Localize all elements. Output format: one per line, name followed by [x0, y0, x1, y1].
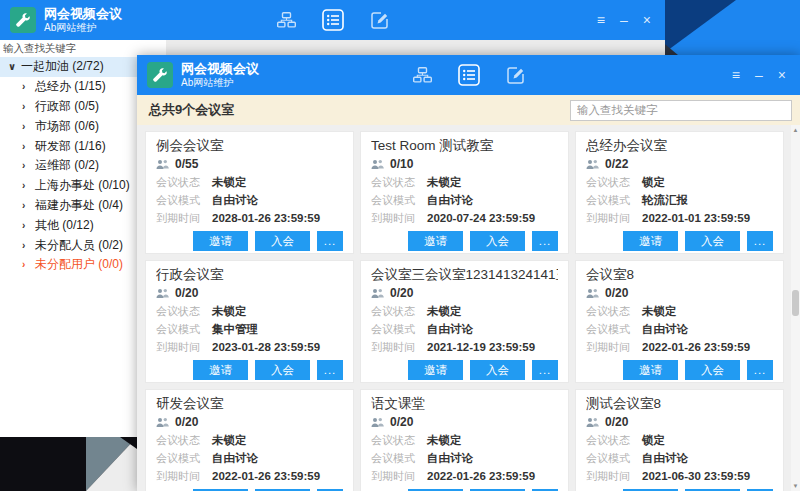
mode-value: 自由讨论 — [642, 451, 688, 466]
close-button[interactable]: × — [643, 13, 651, 27]
tree-node-root[interactable]: ∨ 一起加油 (2/72) — [0, 57, 137, 77]
join-button[interactable]: 入会 — [470, 231, 525, 251]
status-label: 会议状态 — [156, 304, 212, 319]
room-card: 研发会议室 0/20 会议状态未锁定 会议模式自由讨论 到期时间2022-01-… — [145, 389, 354, 491]
status-label: 会议状态 — [586, 175, 642, 190]
mode-value: 自由讨论 — [642, 322, 688, 337]
room-list-icon[interactable] — [458, 64, 480, 86]
expire-value: 2022-01-26 23:59:59 — [427, 470, 535, 482]
status-value: 未锁定 — [427, 304, 462, 319]
join-button[interactable]: 入会 — [470, 360, 525, 380]
tree-node[interactable]: ›市场部 (0/6) — [0, 116, 137, 136]
more-button[interactable]: ... — [317, 360, 343, 380]
invite-button[interactable]: 邀请 — [623, 360, 678, 380]
tree-node[interactable]: ›运维部 (0/2) — [0, 156, 137, 176]
invite-button[interactable]: 邀请 — [193, 360, 248, 380]
member-count: 0/10 — [390, 157, 413, 171]
tree-node[interactable]: ›其他 (0/12) — [0, 215, 137, 235]
room-grid: 例会会议室 0/55 会议状态未锁定 会议模式自由讨论 到期时间2028-01-… — [137, 125, 800, 491]
app-title: 网会视频会议 — [181, 61, 259, 77]
room-name: 行政会议室 — [156, 266, 343, 284]
expire-label: 到期时间 — [371, 469, 427, 484]
expire-value: 2020-07-24 23:59:59 — [427, 212, 535, 224]
room-list-icon[interactable] — [322, 9, 344, 31]
invite-button[interactable]: 邀请 — [623, 231, 678, 251]
tree-node[interactable]: ›福建办事处 (0/4) — [0, 196, 137, 216]
mode-value: 自由讨论 — [427, 322, 473, 337]
chevron-right-icon[interactable]: › — [22, 220, 35, 231]
chevron-right-icon[interactable]: › — [22, 121, 35, 132]
org-chart-icon[interactable] — [413, 67, 432, 83]
expire-label: 到期时间 — [586, 211, 642, 226]
room-search-input[interactable] — [570, 100, 792, 121]
menu-button[interactable]: ≡ — [732, 68, 740, 82]
mode-value: 自由讨论 — [212, 451, 258, 466]
chevron-right-icon[interactable]: › — [22, 141, 35, 152]
sidebar-search-input[interactable] — [0, 40, 166, 55]
chevron-right-icon[interactable]: › — [22, 81, 35, 92]
members-icon — [371, 417, 384, 428]
front-titlebar: 网会视频会议 Ab网站维护 ≡ – × — [137, 55, 800, 95]
app-subtitle: Ab网站维护 — [44, 22, 122, 35]
chevron-right-icon[interactable]: › — [22, 160, 35, 171]
member-count: 0/20 — [605, 415, 628, 429]
back-search-row — [0, 40, 665, 55]
room-name: 语文课堂 — [371, 395, 558, 413]
tree-node-label: 福建办事处 (0/4) — [35, 197, 123, 214]
join-button[interactable]: 入会 — [255, 360, 310, 380]
status-label: 会议状态 — [586, 304, 642, 319]
tree-node-unassigned-users[interactable]: ›未分配用户 (0/0) — [0, 255, 137, 275]
scroll-down-icon[interactable]: ▼ — [791, 481, 800, 491]
chevron-down-icon[interactable]: ∨ — [8, 61, 21, 72]
tree-node[interactable]: ›行政部 (0/5) — [0, 97, 137, 117]
expire-label: 到期时间 — [371, 340, 427, 355]
invite-button[interactable]: 邀请 — [193, 231, 248, 251]
vertical-scrollbar[interactable]: ▲ ▼ — [791, 125, 800, 491]
member-count: 0/20 — [175, 415, 198, 429]
tree-node[interactable]: ›上海办事处 (0/10) — [0, 176, 137, 196]
invite-button[interactable]: 邀请 — [408, 360, 463, 380]
scrollbar-thumb[interactable] — [792, 290, 799, 316]
more-button[interactable]: ... — [532, 360, 558, 380]
tree-node-label: 其他 (0/12) — [35, 217, 94, 234]
tree-node[interactable]: ›总经办 (1/15) — [0, 77, 137, 97]
more-button[interactable]: ... — [747, 231, 773, 251]
join-button[interactable]: 入会 — [685, 360, 740, 380]
minimize-button[interactable]: – — [620, 13, 628, 27]
more-button[interactable]: ... — [532, 231, 558, 251]
tree-node-label: 上海办事处 (0/10) — [35, 177, 130, 194]
more-button[interactable]: ... — [317, 231, 343, 251]
member-count: 0/20 — [390, 415, 413, 429]
minimize-button[interactable]: – — [755, 68, 763, 82]
compose-icon[interactable] — [506, 66, 525, 85]
close-button[interactable]: × — [778, 68, 786, 82]
scroll-up-icon[interactable]: ▲ — [791, 125, 800, 135]
chevron-right-icon[interactable]: › — [22, 259, 35, 270]
tree-node[interactable]: ›未分配人员 (0/2) — [0, 235, 137, 255]
chevron-right-icon[interactable]: › — [22, 200, 35, 211]
expire-label: 到期时间 — [156, 211, 212, 226]
compose-icon[interactable] — [370, 11, 389, 30]
tree-node[interactable]: ›研发部 (1/16) — [0, 136, 137, 156]
tree-node-label: 研发部 (1/16) — [35, 138, 106, 155]
app-logo — [10, 7, 36, 33]
chevron-right-icon[interactable]: › — [22, 240, 35, 251]
org-chart-icon[interactable] — [277, 12, 296, 28]
more-button[interactable]: ... — [747, 360, 773, 380]
member-count: 0/20 — [175, 286, 198, 300]
room-count-summary: 总共9个会议室 — [149, 101, 234, 119]
back-titlebar-text: 网会视频会议 Ab网站维护 — [44, 6, 122, 35]
room-name: 总经办会议室 — [586, 137, 773, 155]
menu-button[interactable]: ≡ — [597, 13, 605, 27]
join-button[interactable]: 入会 — [255, 231, 310, 251]
mode-label: 会议模式 — [156, 322, 212, 337]
status-value: 锁定 — [642, 433, 665, 448]
chevron-right-icon[interactable]: › — [22, 101, 35, 112]
room-grid-container: 例会会议室 0/55 会议状态未锁定 会议模式自由讨论 到期时间2028-01-… — [137, 125, 800, 491]
chevron-right-icon[interactable]: › — [22, 180, 35, 191]
status-label: 会议状态 — [371, 433, 427, 448]
invite-button[interactable]: 邀请 — [408, 231, 463, 251]
members-icon — [371, 159, 384, 170]
join-button[interactable]: 入会 — [685, 231, 740, 251]
expire-value: 2022-01-26 23:59:59 — [642, 341, 750, 353]
